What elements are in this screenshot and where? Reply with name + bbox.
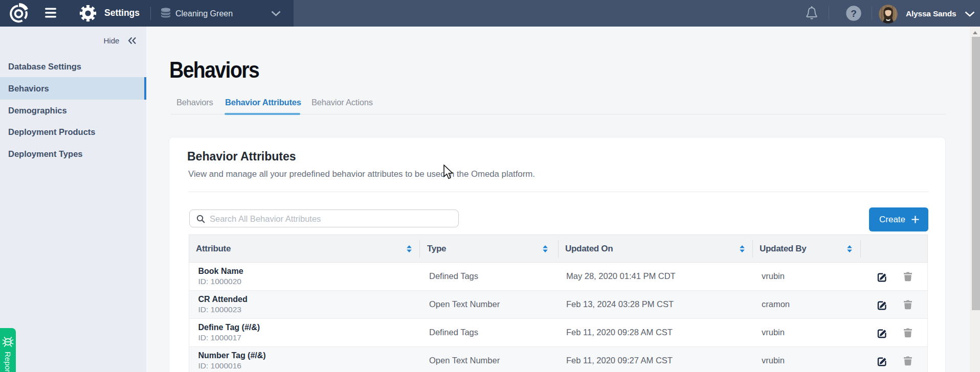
svg-text:?: ? — [851, 8, 857, 19]
